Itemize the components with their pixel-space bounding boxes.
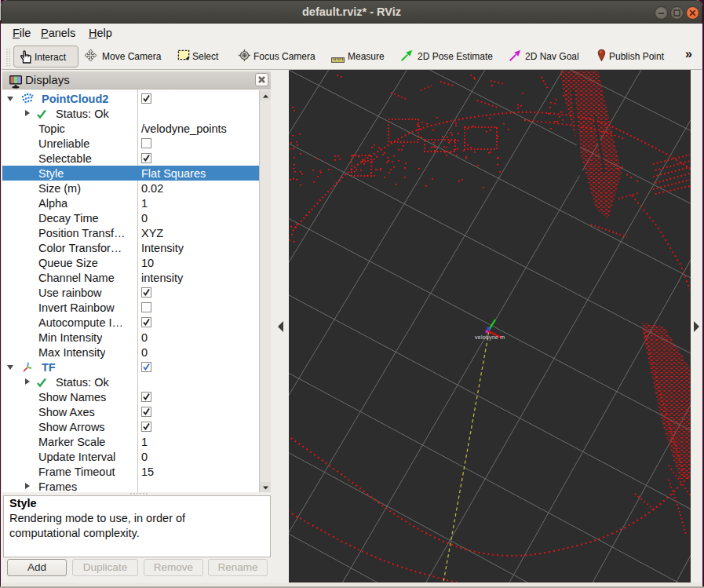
svg-text:velodyne m: velodyne m xyxy=(475,334,505,341)
